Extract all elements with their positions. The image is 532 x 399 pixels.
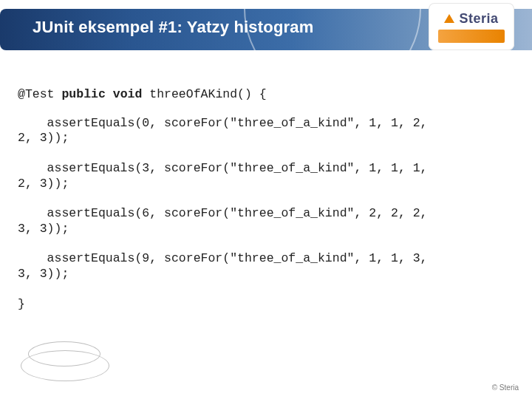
assert-4: assertEquals(9, scoreFor("three_of_a_kin… (18, 251, 514, 282)
assert-2-line2: 2, 3)); (18, 177, 514, 192)
assert-2: assertEquals(3, scoreFor("three_of_a_kin… (18, 161, 514, 191)
assert-4-line2: 3, 3)); (18, 267, 514, 282)
steria-logo: Steria (429, 3, 514, 50)
assert-1-line1: assertEquals(0, scoreFor("three_of_a_kin… (18, 116, 514, 132)
logo-strip (438, 30, 505, 43)
assert-3-line1: assertEquals(6, scoreFor("three_of_a_kin… (18, 206, 514, 222)
method-name: threeOfAKind() (149, 87, 252, 101)
keyword-void: void (113, 87, 143, 101)
brace-close: } (18, 297, 514, 313)
watermark (21, 337, 112, 389)
keyword-public: public (61, 87, 105, 101)
triangle-icon (444, 14, 454, 23)
assert-2-line1: assertEquals(3, scoreFor("three_of_a_kin… (18, 161, 514, 177)
slide-header: JUnit eksempel #1: Yatzy histogram Steri… (0, 0, 532, 66)
logo-text: Steria (444, 11, 498, 27)
brace-open: { (259, 87, 267, 101)
assert-4-line1: assertEquals(9, scoreFor("three_of_a_kin… (18, 251, 514, 267)
code-block: @Test public void threeOfAKind() { asser… (18, 87, 514, 312)
copyright: © Steria (492, 383, 519, 392)
assert-3: assertEquals(6, scoreFor("three_of_a_kin… (18, 206, 514, 236)
annotation: @Test (18, 87, 55, 101)
slide-title: JUnit eksempel #1: Yatzy histogram (33, 18, 314, 37)
slide: JUnit eksempel #1: Yatzy histogram Steri… (0, 0, 532, 399)
assert-3-line2: 3, 3)); (18, 222, 514, 237)
decorative-arc (244, 0, 421, 98)
logo-brand: Steria (459, 11, 498, 27)
ellipse-icon (28, 341, 100, 366)
method-signature: @Test public void threeOfAKind() { (18, 87, 514, 103)
assert-1: assertEquals(0, scoreFor("three_of_a_kin… (18, 116, 514, 146)
assert-1-line2: 2, 3)); (18, 131, 514, 146)
